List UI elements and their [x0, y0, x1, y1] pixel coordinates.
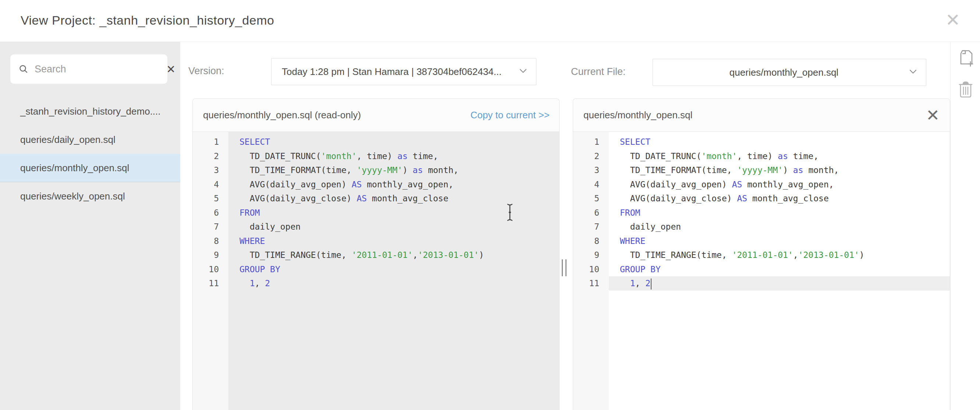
line-number: 5 [193, 192, 219, 206]
code-line[interactable]: 1, 2 [609, 276, 950, 291]
file-sidebar: ✕ _stanh_revision_history_demo....querie… [0, 42, 180, 410]
code-line[interactable]: AVG(daily_avg_open) AS monthly_avg_open, [228, 177, 559, 192]
line-number: 1 [193, 135, 219, 149]
code-line[interactable]: WHERE [228, 234, 559, 249]
search-clear-icon[interactable]: ✕ [165, 63, 177, 76]
chevron-down-icon [909, 69, 917, 76]
panel-header: queries/monthly_open.sql (read-only) Cop… [193, 99, 559, 132]
line-number: 7 [573, 220, 599, 234]
panel-title: queries/monthly_open.sql (read-only) [203, 109, 471, 121]
code-line[interactable]: AVG(daily_avg_close) AS month_avg_close [609, 192, 950, 206]
code-line[interactable]: TD_TIME_FORMAT(time, 'yyyy-MM') as month… [609, 163, 950, 177]
line-number-gutter: 1234567891011 [193, 132, 228, 410]
line-number: 9 [573, 248, 599, 262]
code-content[interactable]: SELECT TD_DATE_TRUNC('month', time) as t… [609, 132, 950, 410]
copy-to-current-link[interactable]: Copy to current >> [471, 109, 550, 121]
search-icon [18, 64, 29, 74]
icon-rail [950, 42, 980, 410]
line-number: 8 [193, 234, 219, 249]
search-box[interactable]: ✕ [10, 54, 167, 84]
text-caret [651, 279, 651, 290]
version-label: Version: [188, 65, 224, 77]
line-number-gutter: 1234567891011 [573, 132, 609, 410]
line-number: 9 [193, 248, 219, 262]
code-line[interactable]: AVG(daily_avg_close) AS month_avg_close [228, 192, 559, 206]
trash-icon[interactable] [958, 79, 974, 100]
code-line[interactable]: TD_DATE_TRUNC('month', time) as time, [609, 149, 950, 163]
line-number: 11 [193, 276, 219, 291]
panel-close-icon[interactable]: ✕ [925, 107, 940, 123]
line-number: 10 [193, 262, 219, 277]
line-number: 10 [573, 262, 599, 277]
code-panel-current: queries/monthly_open.sql ✕ 1234567891011… [573, 98, 950, 410]
code-line[interactable]: SELECT [609, 135, 950, 149]
line-number: 3 [193, 163, 219, 177]
version-dropdown-value: Today 1:28 pm | Stan Hamara | 387304bef0… [282, 66, 515, 78]
code-panel-readonly: queries/monthly_open.sql (read-only) Cop… [192, 98, 560, 410]
line-number: 8 [573, 234, 599, 249]
panel-title: queries/monthly_open.sql [584, 109, 925, 121]
code-line[interactable]: GROUP BY [228, 262, 559, 277]
code-line[interactable]: daily_open [609, 220, 950, 234]
line-number: 6 [193, 206, 219, 220]
chevron-down-icon [519, 68, 527, 75]
code-editor-current[interactable]: 1234567891011 SELECT TD_DATE_TRUNC('mont… [573, 132, 950, 410]
dialog-close-icon[interactable]: ✕ [942, 7, 964, 33]
code-line[interactable]: FROM [228, 206, 559, 220]
line-number: 2 [193, 149, 219, 163]
line-number: 5 [573, 192, 599, 206]
line-number: 4 [573, 177, 599, 192]
code-line[interactable]: GROUP BY [609, 262, 950, 277]
code-content[interactable]: SELECT TD_DATE_TRUNC('month', time) as t… [228, 132, 559, 410]
code-editor-readonly[interactable]: 1234567891011 SELECT TD_DATE_TRUNC('mont… [193, 132, 559, 410]
new-file-icon[interactable] [956, 48, 975, 70]
code-line[interactable]: SELECT [228, 135, 559, 149]
version-dropdown[interactable]: Today 1:28 pm | Stan Hamara | 387304bef0… [271, 58, 536, 85]
search-input[interactable] [35, 63, 165, 75]
line-number: 3 [573, 163, 599, 177]
code-line[interactable]: TD_TIME_RANGE(time, '2011-01-01','2013-0… [609, 248, 950, 262]
line-number: 7 [193, 220, 219, 234]
code-line[interactable]: TD_DATE_TRUNC('month', time) as time, [228, 149, 559, 163]
code-line[interactable]: 1, 2 [228, 276, 559, 291]
current-file-dropdown[interactable]: queries/monthly_open.sql [652, 59, 926, 86]
line-number: 11 [573, 276, 599, 291]
page-title: View Project: _stanh_revision_history_de… [21, 13, 274, 28]
panel-resize-handle-icon[interactable] [562, 260, 566, 276]
line-number: 6 [573, 206, 599, 220]
line-number: 2 [573, 149, 599, 163]
sidebar-file-item[interactable]: queries/daily_open.sql [0, 126, 180, 154]
line-number: 1 [573, 135, 599, 149]
current-file-dropdown-value: queries/monthly_open.sql [663, 67, 905, 78]
sidebar-file-item[interactable]: queries/weekly_open.sql [0, 182, 180, 211]
panel-header: queries/monthly_open.sql ✕ [573, 99, 950, 132]
code-line[interactable]: FROM [609, 206, 950, 220]
code-line[interactable]: daily_open [228, 220, 559, 234]
file-list: _stanh_revision_history_demo....queries/… [0, 97, 180, 211]
sidebar-file-item[interactable]: queries/monthly_open.sql [0, 154, 180, 182]
current-file-label: Current File: [571, 66, 626, 78]
code-line[interactable]: TD_TIME_RANGE(time, '2011-01-01','2013-0… [228, 248, 559, 262]
code-line[interactable]: TD_TIME_FORMAT(time, 'yyyy-MM') as month… [228, 163, 559, 177]
code-line[interactable]: AVG(daily_avg_open) AS monthly_avg_open, [609, 177, 950, 192]
sidebar-file-item[interactable]: _stanh_revision_history_demo.... [0, 97, 180, 126]
dialog-titlebar: View Project: _stanh_revision_history_de… [0, 0, 980, 42]
line-number: 4 [193, 177, 219, 192]
code-line[interactable]: WHERE [609, 234, 950, 249]
